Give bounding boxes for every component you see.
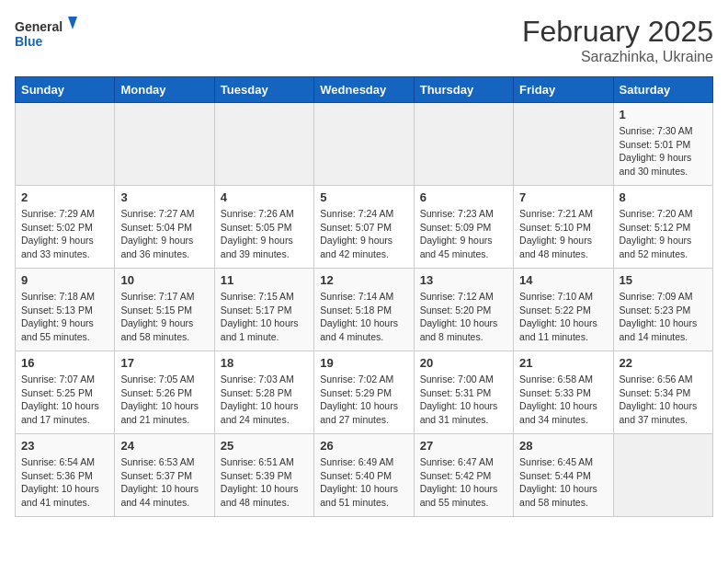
calendar-cell (613, 434, 712, 517)
calendar-cell: 18Sunrise: 7:03 AM Sunset: 5:28 PM Dayli… (214, 351, 313, 434)
day-content: Sunrise: 7:09 AM Sunset: 5:23 PM Dayligh… (620, 290, 707, 344)
day-content: Sunrise: 7:29 AM Sunset: 5:02 PM Dayligh… (21, 207, 108, 261)
calendar-week-1: 1Sunrise: 7:30 AM Sunset: 5:01 PM Daylig… (16, 103, 713, 186)
day-number: 4 (221, 190, 308, 204)
day-number: 15 (620, 273, 707, 287)
calendar-subtitle: Sarazhinka, Ukraine (522, 49, 713, 65)
day-number: 6 (420, 190, 507, 204)
day-content: Sunrise: 7:18 AM Sunset: 5:13 PM Dayligh… (21, 290, 108, 344)
day-number: 5 (320, 190, 407, 204)
day-content: Sunrise: 7:17 AM Sunset: 5:15 PM Dayligh… (120, 290, 208, 344)
day-number: 7 (519, 190, 607, 204)
calendar-cell: 15Sunrise: 7:09 AM Sunset: 5:23 PM Dayli… (613, 269, 712, 351)
calendar-week-3: 9Sunrise: 7:18 AM Sunset: 5:13 PM Daylig… (16, 269, 713, 351)
calendar-cell (16, 103, 115, 186)
day-number: 27 (420, 439, 507, 453)
weekday-header-thursday: Thursday (414, 77, 513, 103)
calendar-cell: 4Sunrise: 7:26 AM Sunset: 5:05 PM Daylig… (214, 186, 313, 269)
weekday-header-tuesday: Tuesday (214, 77, 313, 103)
day-number: 1 (620, 108, 707, 121)
day-number: 2 (21, 190, 108, 204)
calendar-title: February 2025 (522, 15, 713, 49)
day-content: Sunrise: 6:56 AM Sunset: 5:34 PM Dayligh… (620, 373, 707, 427)
day-number: 8 (620, 190, 707, 204)
weekday-header-monday: Monday (115, 77, 214, 103)
calendar-cell: 28Sunrise: 6:45 AM Sunset: 5:44 PM Dayli… (514, 434, 613, 517)
day-number: 28 (519, 439, 607, 453)
day-number: 13 (420, 273, 507, 287)
day-content: Sunrise: 7:03 AM Sunset: 5:28 PM Dayligh… (221, 373, 308, 427)
weekday-header-wednesday: Wednesday (314, 77, 414, 103)
day-content: Sunrise: 6:47 AM Sunset: 5:42 PM Dayligh… (420, 455, 507, 510)
day-content: Sunrise: 7:30 AM Sunset: 5:01 PM Dayligh… (620, 124, 707, 178)
day-number: 17 (120, 356, 208, 370)
calendar-cell: 14Sunrise: 7:10 AM Sunset: 5:22 PM Dayli… (514, 269, 613, 351)
logo-svg: GeneralBlue (15, 15, 88, 52)
calendar-cell (214, 103, 313, 186)
calendar-cell: 19Sunrise: 7:02 AM Sunset: 5:29 PM Dayli… (314, 351, 414, 434)
svg-marker-2 (68, 17, 77, 29)
day-number: 21 (519, 356, 607, 370)
calendar-cell: 23Sunrise: 6:54 AM Sunset: 5:36 PM Dayli… (16, 434, 115, 517)
day-content: Sunrise: 7:24 AM Sunset: 5:07 PM Dayligh… (320, 207, 407, 261)
calendar-cell: 6Sunrise: 7:23 AM Sunset: 5:09 PM Daylig… (414, 186, 513, 269)
calendar-cell: 24Sunrise: 6:53 AM Sunset: 5:37 PM Dayli… (115, 434, 214, 517)
calendar-cell: 9Sunrise: 7:18 AM Sunset: 5:13 PM Daylig… (16, 269, 115, 351)
day-content: Sunrise: 7:20 AM Sunset: 5:12 PM Dayligh… (620, 207, 707, 261)
calendar-cell: 16Sunrise: 7:07 AM Sunset: 5:25 PM Dayli… (16, 351, 115, 434)
day-content: Sunrise: 7:23 AM Sunset: 5:09 PM Dayligh… (420, 207, 507, 261)
day-content: Sunrise: 7:02 AM Sunset: 5:29 PM Dayligh… (320, 373, 407, 427)
day-content: Sunrise: 6:53 AM Sunset: 5:37 PM Dayligh… (120, 455, 208, 510)
day-number: 14 (519, 273, 607, 287)
day-number: 22 (620, 356, 707, 370)
day-number: 9 (21, 273, 108, 287)
calendar-cell (115, 103, 214, 186)
day-content: Sunrise: 6:54 AM Sunset: 5:36 PM Dayligh… (21, 455, 108, 510)
calendar-cell: 17Sunrise: 7:05 AM Sunset: 5:26 PM Dayli… (115, 351, 214, 434)
calendar-week-2: 2Sunrise: 7:29 AM Sunset: 5:02 PM Daylig… (16, 186, 713, 269)
calendar-cell: 27Sunrise: 6:47 AM Sunset: 5:42 PM Dayli… (414, 434, 513, 517)
calendar-cell (314, 103, 414, 186)
weekday-header-sunday: Sunday (16, 77, 115, 103)
calendar-cell: 7Sunrise: 7:21 AM Sunset: 5:10 PM Daylig… (514, 186, 613, 269)
calendar-week-5: 23Sunrise: 6:54 AM Sunset: 5:36 PM Dayli… (16, 434, 713, 517)
title-block: February 2025 Sarazhinka, Ukraine (522, 15, 713, 65)
calendar-cell: 20Sunrise: 7:00 AM Sunset: 5:31 PM Dayli… (414, 351, 513, 434)
calendar-cell: 5Sunrise: 7:24 AM Sunset: 5:07 PM Daylig… (314, 186, 414, 269)
day-content: Sunrise: 7:15 AM Sunset: 5:17 PM Dayligh… (221, 290, 308, 344)
day-number: 10 (120, 273, 208, 287)
calendar-cell: 8Sunrise: 7:20 AM Sunset: 5:12 PM Daylig… (613, 186, 712, 269)
day-number: 16 (21, 356, 108, 370)
calendar-cell (514, 103, 613, 186)
day-content: Sunrise: 6:45 AM Sunset: 5:44 PM Dayligh… (519, 455, 607, 510)
logo: GeneralBlue (15, 15, 88, 52)
calendar-cell: 26Sunrise: 6:49 AM Sunset: 5:40 PM Dayli… (314, 434, 414, 517)
calendar-cell: 25Sunrise: 6:51 AM Sunset: 5:39 PM Dayli… (214, 434, 313, 517)
calendar-week-4: 16Sunrise: 7:07 AM Sunset: 5:25 PM Dayli… (16, 351, 713, 434)
day-number: 25 (221, 439, 308, 453)
calendar-cell (414, 103, 513, 186)
day-number: 3 (120, 190, 208, 204)
day-number: 23 (21, 439, 108, 453)
day-content: Sunrise: 7:26 AM Sunset: 5:05 PM Dayligh… (221, 207, 308, 261)
day-content: Sunrise: 6:49 AM Sunset: 5:40 PM Dayligh… (320, 455, 407, 510)
weekday-header-saturday: Saturday (613, 77, 712, 103)
day-number: 19 (320, 356, 407, 370)
calendar-cell: 22Sunrise: 6:56 AM Sunset: 5:34 PM Dayli… (613, 351, 712, 434)
page-header: GeneralBlue February 2025 Sarazhinka, Uk… (15, 15, 713, 65)
calendar-cell: 13Sunrise: 7:12 AM Sunset: 5:20 PM Dayli… (414, 269, 513, 351)
calendar-cell: 11Sunrise: 7:15 AM Sunset: 5:17 PM Dayli… (214, 269, 313, 351)
calendar-cell: 3Sunrise: 7:27 AM Sunset: 5:04 PM Daylig… (115, 186, 214, 269)
calendar-cell: 2Sunrise: 7:29 AM Sunset: 5:02 PM Daylig… (16, 186, 115, 269)
day-number: 12 (320, 273, 407, 287)
calendar-cell: 12Sunrise: 7:14 AM Sunset: 5:18 PM Dayli… (314, 269, 414, 351)
day-content: Sunrise: 7:00 AM Sunset: 5:31 PM Dayligh… (420, 373, 507, 427)
day-number: 20 (420, 356, 507, 370)
day-content: Sunrise: 7:12 AM Sunset: 5:20 PM Dayligh… (420, 290, 507, 344)
day-content: Sunrise: 7:27 AM Sunset: 5:04 PM Dayligh… (120, 207, 208, 261)
calendar-header-row: SundayMondayTuesdayWednesdayThursdayFrid… (16, 77, 713, 103)
day-number: 18 (221, 356, 308, 370)
day-content: Sunrise: 6:58 AM Sunset: 5:33 PM Dayligh… (519, 373, 607, 427)
day-number: 24 (120, 439, 208, 453)
day-content: Sunrise: 7:10 AM Sunset: 5:22 PM Dayligh… (519, 290, 607, 344)
